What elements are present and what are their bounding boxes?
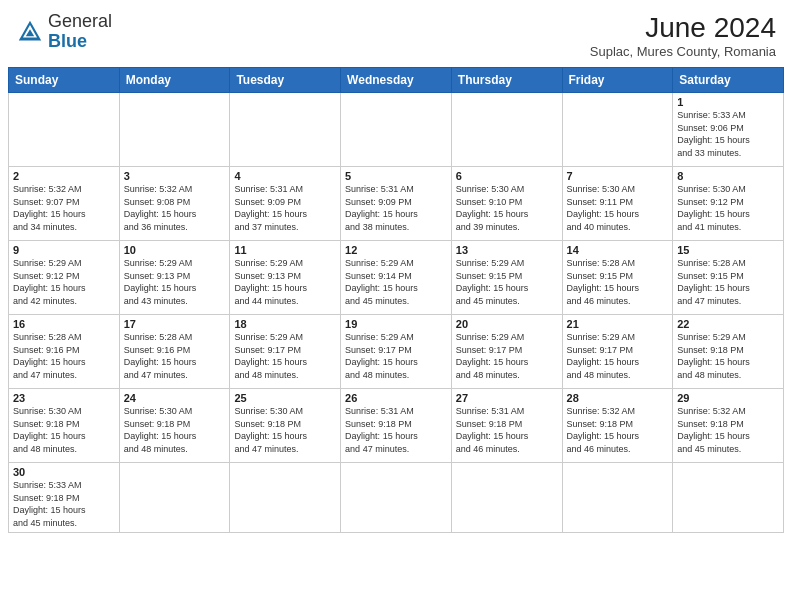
day-info: Sunrise: 5:32 AM Sunset: 9:18 PM Dayligh…	[677, 405, 779, 455]
day-cell: 3Sunrise: 5:32 AM Sunset: 9:08 PM Daylig…	[119, 167, 230, 241]
day-cell	[119, 93, 230, 167]
week-row-3: 16Sunrise: 5:28 AM Sunset: 9:16 PM Dayli…	[9, 315, 784, 389]
day-cell: 6Sunrise: 5:30 AM Sunset: 9:10 PM Daylig…	[451, 167, 562, 241]
header-tuesday: Tuesday	[230, 68, 341, 93]
day-number: 4	[234, 170, 336, 182]
day-cell: 22Sunrise: 5:29 AM Sunset: 9:18 PM Dayli…	[673, 315, 784, 389]
day-info: Sunrise: 5:28 AM Sunset: 9:15 PM Dayligh…	[567, 257, 669, 307]
header-sunday: Sunday	[9, 68, 120, 93]
day-cell: 2Sunrise: 5:32 AM Sunset: 9:07 PM Daylig…	[9, 167, 120, 241]
day-cell	[562, 463, 673, 533]
day-cell: 25Sunrise: 5:30 AM Sunset: 9:18 PM Dayli…	[230, 389, 341, 463]
day-info: Sunrise: 5:29 AM Sunset: 9:13 PM Dayligh…	[124, 257, 226, 307]
day-cell: 7Sunrise: 5:30 AM Sunset: 9:11 PM Daylig…	[562, 167, 673, 241]
day-cell: 27Sunrise: 5:31 AM Sunset: 9:18 PM Dayli…	[451, 389, 562, 463]
day-cell	[230, 93, 341, 167]
location: Suplac, Mures County, Romania	[590, 44, 776, 59]
day-number: 7	[567, 170, 669, 182]
day-info: Sunrise: 5:29 AM Sunset: 9:17 PM Dayligh…	[345, 331, 447, 381]
week-row-4: 23Sunrise: 5:30 AM Sunset: 9:18 PM Dayli…	[9, 389, 784, 463]
calendar-body: 1Sunrise: 5:33 AM Sunset: 9:06 PM Daylig…	[9, 93, 784, 533]
day-info: Sunrise: 5:29 AM Sunset: 9:17 PM Dayligh…	[567, 331, 669, 381]
day-info: Sunrise: 5:32 AM Sunset: 9:07 PM Dayligh…	[13, 183, 115, 233]
day-cell	[119, 463, 230, 533]
day-cell: 16Sunrise: 5:28 AM Sunset: 9:16 PM Dayli…	[9, 315, 120, 389]
day-number: 19	[345, 318, 447, 330]
day-cell: 29Sunrise: 5:32 AM Sunset: 9:18 PM Dayli…	[673, 389, 784, 463]
day-number: 24	[124, 392, 226, 404]
day-number: 9	[13, 244, 115, 256]
day-number: 5	[345, 170, 447, 182]
day-info: Sunrise: 5:31 AM Sunset: 9:09 PM Dayligh…	[345, 183, 447, 233]
day-number: 25	[234, 392, 336, 404]
page: General Blue June 2024 Suplac, Mures Cou…	[0, 0, 792, 612]
day-number: 3	[124, 170, 226, 182]
logo: General Blue	[16, 12, 112, 52]
calendar: Sunday Monday Tuesday Wednesday Thursday…	[8, 67, 784, 533]
day-cell: 23Sunrise: 5:30 AM Sunset: 9:18 PM Dayli…	[9, 389, 120, 463]
day-info: Sunrise: 5:32 AM Sunset: 9:18 PM Dayligh…	[567, 405, 669, 455]
day-cell: 13Sunrise: 5:29 AM Sunset: 9:15 PM Dayli…	[451, 241, 562, 315]
day-cell: 10Sunrise: 5:29 AM Sunset: 9:13 PM Dayli…	[119, 241, 230, 315]
day-number: 2	[13, 170, 115, 182]
day-number: 1	[677, 96, 779, 108]
day-cell: 30Sunrise: 5:33 AM Sunset: 9:18 PM Dayli…	[9, 463, 120, 533]
logo-text: General Blue	[48, 12, 112, 52]
day-number: 6	[456, 170, 558, 182]
day-number: 16	[13, 318, 115, 330]
day-info: Sunrise: 5:30 AM Sunset: 9:18 PM Dayligh…	[13, 405, 115, 455]
day-cell: 26Sunrise: 5:31 AM Sunset: 9:18 PM Dayli…	[341, 389, 452, 463]
day-cell: 5Sunrise: 5:31 AM Sunset: 9:09 PM Daylig…	[341, 167, 452, 241]
day-number: 18	[234, 318, 336, 330]
header-saturday: Saturday	[673, 68, 784, 93]
header: General Blue June 2024 Suplac, Mures Cou…	[0, 0, 792, 67]
day-info: Sunrise: 5:30 AM Sunset: 9:18 PM Dayligh…	[124, 405, 226, 455]
day-cell	[341, 93, 452, 167]
day-info: Sunrise: 5:29 AM Sunset: 9:12 PM Dayligh…	[13, 257, 115, 307]
header-monday: Monday	[119, 68, 230, 93]
day-cell	[230, 463, 341, 533]
day-number: 22	[677, 318, 779, 330]
day-cell	[341, 463, 452, 533]
day-number: 14	[567, 244, 669, 256]
day-number: 12	[345, 244, 447, 256]
day-number: 29	[677, 392, 779, 404]
calendar-header: Sunday Monday Tuesday Wednesday Thursday…	[9, 68, 784, 93]
day-info: Sunrise: 5:30 AM Sunset: 9:12 PM Dayligh…	[677, 183, 779, 233]
day-number: 10	[124, 244, 226, 256]
day-info: Sunrise: 5:31 AM Sunset: 9:18 PM Dayligh…	[345, 405, 447, 455]
day-number: 30	[13, 466, 115, 478]
day-number: 28	[567, 392, 669, 404]
day-info: Sunrise: 5:31 AM Sunset: 9:09 PM Dayligh…	[234, 183, 336, 233]
day-number: 15	[677, 244, 779, 256]
week-row-2: 9Sunrise: 5:29 AM Sunset: 9:12 PM Daylig…	[9, 241, 784, 315]
day-cell: 17Sunrise: 5:28 AM Sunset: 9:16 PM Dayli…	[119, 315, 230, 389]
week-row-5: 30Sunrise: 5:33 AM Sunset: 9:18 PM Dayli…	[9, 463, 784, 533]
day-info: Sunrise: 5:29 AM Sunset: 9:17 PM Dayligh…	[456, 331, 558, 381]
day-info: Sunrise: 5:28 AM Sunset: 9:15 PM Dayligh…	[677, 257, 779, 307]
day-cell: 28Sunrise: 5:32 AM Sunset: 9:18 PM Dayli…	[562, 389, 673, 463]
day-number: 17	[124, 318, 226, 330]
day-cell: 11Sunrise: 5:29 AM Sunset: 9:13 PM Dayli…	[230, 241, 341, 315]
day-number: 20	[456, 318, 558, 330]
header-friday: Friday	[562, 68, 673, 93]
day-info: Sunrise: 5:33 AM Sunset: 9:06 PM Dayligh…	[677, 109, 779, 159]
day-cell: 1Sunrise: 5:33 AM Sunset: 9:06 PM Daylig…	[673, 93, 784, 167]
day-cell	[451, 93, 562, 167]
day-info: Sunrise: 5:30 AM Sunset: 9:11 PM Dayligh…	[567, 183, 669, 233]
day-cell: 15Sunrise: 5:28 AM Sunset: 9:15 PM Dayli…	[673, 241, 784, 315]
day-number: 11	[234, 244, 336, 256]
day-number: 27	[456, 392, 558, 404]
day-info: Sunrise: 5:31 AM Sunset: 9:18 PM Dayligh…	[456, 405, 558, 455]
day-cell: 12Sunrise: 5:29 AM Sunset: 9:14 PM Dayli…	[341, 241, 452, 315]
day-info: Sunrise: 5:32 AM Sunset: 9:08 PM Dayligh…	[124, 183, 226, 233]
day-number: 26	[345, 392, 447, 404]
day-info: Sunrise: 5:29 AM Sunset: 9:15 PM Dayligh…	[456, 257, 558, 307]
header-thursday: Thursday	[451, 68, 562, 93]
day-info: Sunrise: 5:30 AM Sunset: 9:18 PM Dayligh…	[234, 405, 336, 455]
day-number: 13	[456, 244, 558, 256]
logo-icon	[16, 18, 44, 46]
day-cell	[9, 93, 120, 167]
day-number: 21	[567, 318, 669, 330]
day-info: Sunrise: 5:28 AM Sunset: 9:16 PM Dayligh…	[13, 331, 115, 381]
